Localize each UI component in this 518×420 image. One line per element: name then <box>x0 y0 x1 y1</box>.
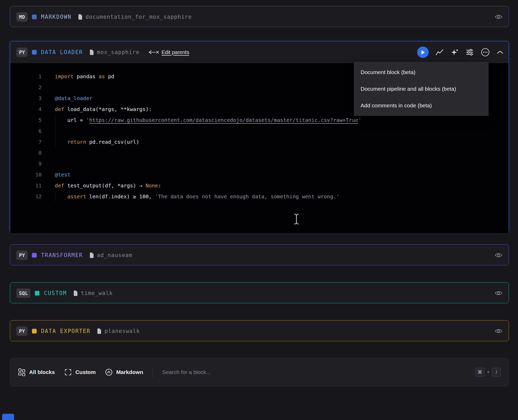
menu-item-document-pipeline[interactable]: Document pipeline and all blocks (beta) <box>354 81 489 97</box>
block-type-title: MARKDOWN <box>41 14 71 20</box>
block-type-color-square <box>32 329 37 333</box>
code-line[interactable]: 11def test_output(df, *args) → None: <box>10 180 509 191</box>
code-text: assert len(df.index) ≥ 100, 'The data do… <box>42 191 340 202</box>
hide-block-eye-button[interactable] <box>495 290 502 296</box>
all-blocks-icon <box>18 368 26 376</box>
file-icon <box>78 14 83 20</box>
block-type-color-square <box>32 50 37 55</box>
transformer-block[interactable]: PY TRANSFORMER ad_nauseam <box>10 244 509 265</box>
block-type-color-square <box>32 253 37 258</box>
block-name-label: mox_sapphire <box>97 49 140 55</box>
line-number: 7 <box>10 136 42 147</box>
run-block-button[interactable] <box>417 47 429 58</box>
menu-item-document-block[interactable]: Document block (beta) <box>354 64 489 81</box>
data-exporter-block[interactable]: PY DATA EXPORTER planeswalk <box>10 320 509 341</box>
filter-label: Custom <box>75 369 96 375</box>
line-number: 12 <box>10 191 42 202</box>
more-options-icon[interactable] <box>481 48 490 57</box>
indent-guide <box>55 191 56 201</box>
markdown-block-header: MD MARKDOWN documentation_for_mox_sapphi… <box>10 6 509 27</box>
block-toolbar <box>417 47 503 58</box>
transformer-block-header: PY TRANSFORMER ad_nauseam <box>10 245 509 266</box>
hide-block-eye-button[interactable] <box>495 14 502 20</box>
line-number: 4 <box>10 104 42 115</box>
code-text: @data_loader <box>42 93 92 104</box>
block-type-title: DATA EXPORTER <box>41 328 90 334</box>
code-line[interactable]: 6 <box>10 126 509 136</box>
code-line[interactable]: 9 <box>10 158 509 169</box>
hide-block-eye-button[interactable] <box>495 328 502 334</box>
block-name: mox_sapphire <box>89 49 140 55</box>
pipeline-editor-page: MD MARKDOWN documentation_for_mox_sapphi… <box>0 0 518 420</box>
detach-parents-icon <box>148 50 159 55</box>
all-blocks-filter-button[interactable]: All blocks <box>18 368 55 376</box>
edit-parents-link[interactable]: Edit parents <box>162 49 189 55</box>
custom-filter-button[interactable]: Custom <box>64 368 96 376</box>
code-text: url = 'https://raw.githubusercontent.com… <box>42 115 361 126</box>
markdown-block[interactable]: MD MARKDOWN documentation_for_mox_sapphi… <box>10 6 509 27</box>
hide-block-eye-button[interactable] <box>495 252 502 258</box>
code-text <box>42 158 55 169</box>
custom-block-header: SQL CUSTOM time_walk <box>10 283 509 304</box>
slash-key-badge: / <box>492 368 501 377</box>
block-name-label: documentation_for_mox_sapphire <box>85 14 192 20</box>
file-icon <box>73 290 78 296</box>
block-type-color-square <box>32 15 37 19</box>
code-line[interactable]: 10@test <box>10 169 509 180</box>
code-text: def load_data(*args, **kwargs): <box>42 104 152 115</box>
code-line[interactable]: 12 assert len(df.index) ≥ 100, 'The data… <box>10 191 509 202</box>
line-number: 11 <box>10 180 42 191</box>
line-number: 10 <box>10 169 42 180</box>
code-text: import pandas as pd <box>42 71 114 82</box>
data-loader-header: PY DATA LOADER mox_sapphire Edit parents <box>10 41 509 63</box>
line-number: 8 <box>10 147 42 158</box>
code-text: def test_output(df, *args) → None: <box>42 180 161 191</box>
language-chip: PY <box>16 326 28 336</box>
line-number: 5 <box>10 115 42 126</box>
plus-sign: + <box>487 369 490 375</box>
code-line[interactable]: 5 url = 'https://raw.githubusercontent.c… <box>10 115 509 126</box>
language-chip: PY <box>16 251 28 260</box>
indent-guide <box>55 115 56 147</box>
partially-visible-blue-element <box>2 414 14 420</box>
data-loader-block[interactable]: PY DATA LOADER mox_sapphire Edit parents <box>10 41 509 233</box>
block-type-color-square <box>35 291 39 296</box>
file-icon <box>89 49 94 55</box>
code-text <box>42 126 55 136</box>
file-icon <box>89 252 94 258</box>
block-type-title: DATA LOADER <box>41 49 83 55</box>
data-exporter-block-header: PY DATA EXPORTER planeswalk <box>10 320 509 342</box>
code-text: return pd.read_csv(url) <box>42 136 139 147</box>
keyboard-shortcut-hint: ⌘ + / <box>475 368 501 377</box>
block-name: documentation_for_mox_sapphire <box>78 14 192 20</box>
block-type-title: CUSTOM <box>44 290 67 296</box>
code-line[interactable]: 7 return pd.read_csv(url) <box>10 136 509 147</box>
block-search-input[interactable] <box>162 369 466 375</box>
language-chip: SQL <box>16 288 30 298</box>
line-number: 2 <box>10 82 42 93</box>
filter-label: All blocks <box>29 369 55 375</box>
line-number: 1 <box>10 71 42 82</box>
custom-brackets-icon <box>64 368 72 376</box>
file-icon <box>97 328 102 334</box>
line-number: 3 <box>10 93 42 104</box>
code-line[interactable]: 8 <box>10 147 509 158</box>
menu-item-add-comments[interactable]: Add comments in code (beta) <box>354 97 489 114</box>
block-name: planeswalk <box>97 328 140 334</box>
block-name: time_walk <box>73 290 113 296</box>
settings-sliders-icon[interactable] <box>466 48 474 56</box>
chart-icon[interactable] <box>435 49 444 56</box>
block-type-title: TRANSFORMER <box>41 252 83 258</box>
edit-parents-group: Edit parents <box>148 49 189 55</box>
meta-key-badge: ⌘ <box>475 368 484 377</box>
add-block-toolbar: All blocks Custom Markdown ⌘ + / <box>10 358 509 386</box>
sparkles-icon[interactable] <box>450 48 459 56</box>
markdown-circle-icon <box>105 368 113 376</box>
code-text: @test <box>42 169 70 180</box>
block-name: ad_nauseam <box>89 252 132 258</box>
code-text <box>42 82 55 93</box>
block-name-label: planeswalk <box>104 328 140 334</box>
collapse-chevron-up-icon[interactable] <box>497 50 503 54</box>
markdown-filter-button[interactable]: Markdown <box>105 368 143 376</box>
custom-block[interactable]: SQL CUSTOM time_walk <box>10 282 509 303</box>
